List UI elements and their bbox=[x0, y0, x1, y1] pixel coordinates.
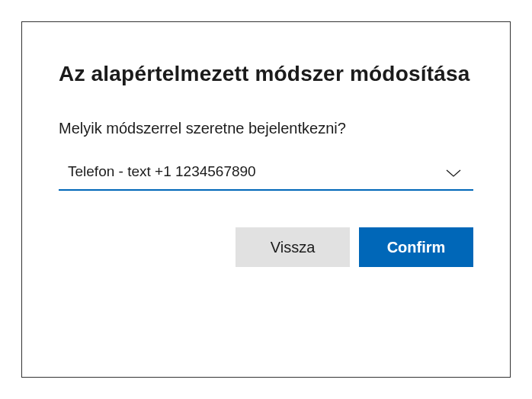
dialog-button-row: Vissza Confirm bbox=[59, 227, 473, 267]
question-label: Melyik módszerrel szeretne bejelentkezni… bbox=[59, 120, 473, 137]
change-default-method-dialog: Az alapértelmezett módszer módosítása Me… bbox=[21, 21, 511, 378]
select-value: Telefon - text +1 1234567890 bbox=[68, 163, 256, 180]
signin-method-select[interactable]: Telefon - text +1 1234567890 bbox=[59, 156, 473, 191]
confirm-button[interactable]: Confirm bbox=[359, 227, 473, 267]
dialog-title: Az alapértelmezett módszer módosítása bbox=[59, 62, 473, 86]
back-button[interactable]: Vissza bbox=[236, 227, 350, 267]
chevron-down-icon bbox=[446, 167, 461, 176]
